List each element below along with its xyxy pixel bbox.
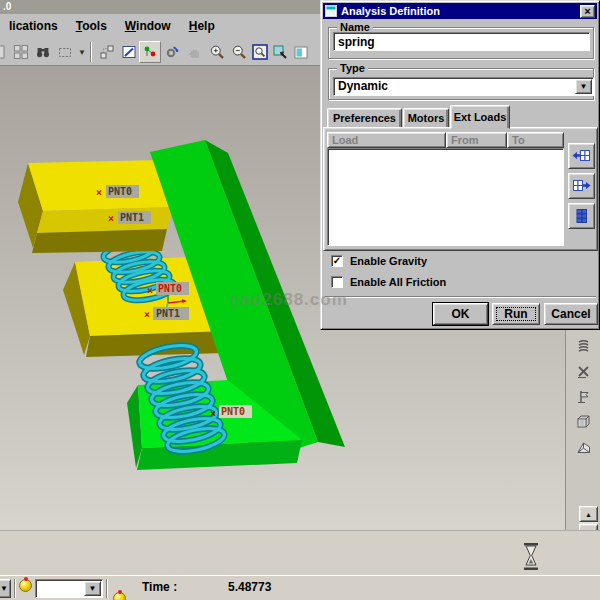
tab-ext-loads[interactable]: Ext Loads: [450, 105, 510, 129]
damper-tool-icon[interactable]: [570, 359, 597, 384]
type-group-label: Type: [337, 62, 368, 74]
add-load-button[interactable]: [568, 143, 595, 169]
tab-preferences[interactable]: Preferences: [327, 108, 402, 128]
rigid-body-tool-icon[interactable]: [570, 409, 597, 434]
menu-tools[interactable]: Tools: [67, 16, 116, 36]
tab-motors[interactable]: Motors: [403, 108, 449, 128]
toolbar-separator: [90, 42, 92, 62]
svg-text:×: ×: [147, 285, 153, 296]
zoom-out-icon[interactable]: [228, 41, 250, 63]
cancel-button[interactable]: Cancel: [544, 303, 598, 325]
menu-applications[interactable]: lications: [0, 16, 67, 36]
svg-text:PNT0: PNT0: [221, 406, 245, 417]
svg-text:×: ×: [96, 187, 102, 198]
enable-friction-row: Enable All Friction: [331, 276, 446, 288]
run-button[interactable]: Run: [492, 303, 540, 325]
svg-text:PNT0: PNT0: [108, 186, 132, 197]
analysis-definition-dialog: Analysis Definition × Name Type Dynamic …: [320, 0, 600, 330]
selection-dropdown-arrow-icon[interactable]: ▼: [78, 48, 86, 57]
application-window: .0 lications Tools Window Help ▼: [0, 0, 600, 600]
window-title-fragment: .0: [3, 1, 11, 12]
loads-table: Load From To: [327, 132, 564, 246]
focus-rect: [496, 307, 536, 321]
svg-text:PNT1: PNT1: [120, 212, 144, 223]
datum-points-icon[interactable]: [139, 41, 161, 63]
refit-view-icon[interactable]: [269, 41, 291, 63]
loads-table-header: Load From To: [327, 132, 564, 148]
clipped-toolbar-icon[interactable]: [0, 41, 8, 63]
spring-tool-icon[interactable]: [570, 334, 597, 359]
column-header-to[interactable]: To: [507, 132, 564, 148]
type-dropdown[interactable]: Dynamic ▼: [333, 77, 594, 96]
svg-text:PNT1: PNT1: [156, 308, 180, 319]
result-set-combobox[interactable]: ▼: [35, 579, 103, 598]
scroll-up-button[interactable]: ▲: [579, 506, 598, 522]
enable-gravity-checkbox[interactable]: ✓: [331, 255, 343, 267]
dialog-separator: [325, 296, 596, 298]
zoom-window-icon[interactable]: [249, 41, 271, 63]
ok-button[interactable]: OK: [433, 303, 488, 325]
scroll-up-icon: ▲: [585, 511, 592, 518]
prism-tool-icon[interactable]: [570, 435, 597, 460]
spin-gear-icon[interactable]: [161, 41, 183, 63]
dropdown-arrow-icon: ▼: [0, 584, 8, 593]
status-separator: [106, 579, 108, 598]
flag-pin-tool-icon[interactable]: [570, 384, 597, 409]
menu-window[interactable]: Window: [116, 16, 180, 36]
simulation-indicator-icon: [19, 579, 32, 592]
windows-grid-icon[interactable]: [10, 41, 32, 63]
loads-table-body[interactable]: [327, 148, 564, 246]
find-binoculars-icon[interactable]: [32, 41, 54, 63]
model-partial-icon[interactable]: [290, 41, 312, 63]
dialog-window-icon: [325, 5, 337, 17]
pattern-icon[interactable]: [96, 41, 118, 63]
clipped-combo-button[interactable]: ▼: [0, 579, 11, 598]
top-yellow-block: [18, 160, 173, 253]
enable-gravity-row: ✓ Enable Gravity: [331, 255, 427, 267]
time-label: Time :: [142, 580, 177, 594]
status-separator: [14, 579, 16, 598]
svg-text:×: ×: [210, 408, 216, 419]
enable-gravity-label: Enable Gravity: [350, 255, 427, 267]
hourglass-wait-icon: [521, 542, 541, 572]
column-header-from[interactable]: From: [446, 132, 507, 148]
time-value: 5.48773: [228, 580, 271, 594]
enable-friction-checkbox[interactable]: [331, 276, 343, 288]
type-dropdown-value: Dynamic: [338, 79, 388, 93]
svg-text:PNT0: PNT0: [158, 283, 182, 294]
column-header-load[interactable]: Load: [327, 132, 446, 148]
combobox-arrow-button[interactable]: ▼: [84, 581, 101, 596]
status-bar: ▼ ▼ Time : 5.48773 54% 54%: [0, 575, 600, 600]
close-icon[interactable]: ×: [580, 5, 595, 18]
dropdown-arrow-icon: ▼: [580, 82, 588, 91]
enable-friction-label: Enable All Friction: [350, 276, 446, 288]
type-dropdown-arrow-button[interactable]: ▼: [575, 79, 592, 94]
check-icon: ✓: [333, 255, 341, 266]
dropdown-arrow-icon: ▼: [89, 584, 97, 593]
selection-box-icon[interactable]: [54, 41, 76, 63]
svg-text:×: ×: [108, 213, 114, 224]
edit-load-table-button[interactable]: [568, 203, 595, 229]
sketch-display-icon[interactable]: [118, 41, 140, 63]
pan-hand-icon[interactable]: [184, 41, 206, 63]
remove-load-button[interactable]: [568, 173, 595, 199]
ext-loads-tab-panel: Load From To: [323, 127, 598, 251]
playback-indicator-icon: [113, 592, 126, 600]
zoom-in-icon[interactable]: [206, 41, 228, 63]
svg-text:×: ×: [144, 309, 150, 320]
bottom-panel: [0, 530, 600, 575]
menu-help[interactable]: Help: [180, 16, 224, 36]
dialog-title: Analysis Definition: [341, 5, 580, 17]
name-input[interactable]: [333, 32, 590, 51]
dialog-title-bar[interactable]: Analysis Definition ×: [323, 3, 597, 19]
